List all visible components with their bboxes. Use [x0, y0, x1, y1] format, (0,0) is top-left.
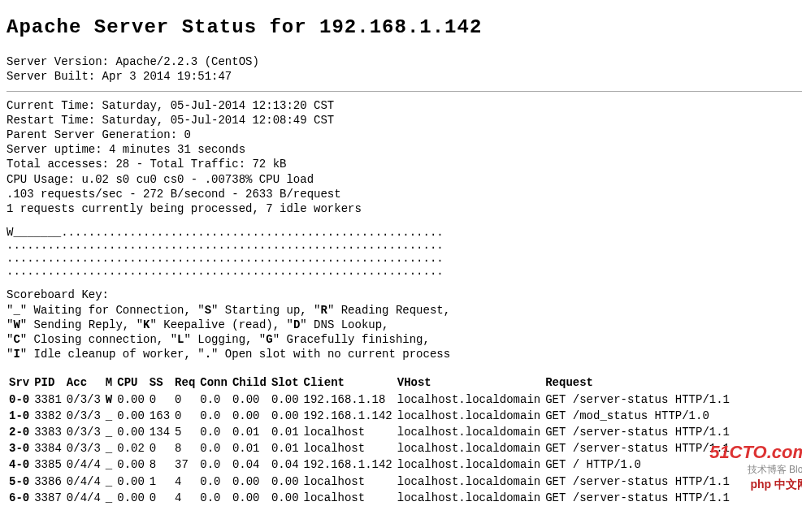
server-built: Server Built: Apr 3 2014 19:51:47 — [7, 69, 802, 84]
table-cell: 3387 — [32, 490, 64, 506]
table-cell: 4 — [172, 490, 197, 506]
table-cell: GET /server-status HTTP/1.1 — [543, 490, 732, 506]
table-cell: 0.01 — [269, 440, 301, 456]
table-header-row: Srv PID Acc M CPU SS Req Conn Child Slot… — [7, 374, 732, 391]
server-version: Server Version: Apache/2.2.3 (CentOS) — [7, 54, 802, 69]
divider-1 — [7, 91, 802, 92]
table-cell: 0.00 — [115, 424, 147, 440]
table-cell: 0/3/3 — [64, 408, 103, 424]
table-cell: 5 — [172, 424, 197, 440]
table-cell: 0.0 — [197, 408, 230, 424]
table-cell: _ — [103, 490, 115, 506]
table-cell: 0/3/3 — [64, 424, 103, 440]
table-cell: localhost.localdomain — [395, 408, 543, 424]
table-cell: 0 — [172, 391, 197, 408]
table-cell: 0/4/4 — [64, 490, 103, 506]
col-vhost: VHost — [395, 374, 543, 391]
table-cell: localhost — [301, 474, 395, 490]
table-cell: 4 — [172, 474, 197, 490]
table-cell: _ — [103, 408, 115, 424]
table-cell: 0.00 — [230, 408, 269, 424]
status-info: Current Time: Saturday, 05-Jul-2014 12:1… — [7, 98, 802, 217]
table-cell: 192.168.1.18 — [301, 391, 395, 408]
total-accesses: Total accesses: 28 - Total Traffic: 72 k… — [7, 157, 802, 171]
table-cell: 192.168.1.142 — [301, 408, 395, 424]
table-cell: W — [103, 391, 115, 408]
table-cell: 0/3/3 — [64, 391, 103, 408]
table-cell: 3386 — [32, 474, 64, 490]
table-cell: 0.00 — [115, 490, 147, 506]
table-cell: 0.00 — [230, 391, 269, 408]
table-cell: GET /server-status HTTP/1.1 — [543, 424, 732, 440]
table-cell: 0.00 — [269, 391, 301, 408]
table-cell: localhost.localdomain — [395, 474, 543, 490]
table-cell: GET /server-status HTTP/1.1 — [543, 391, 732, 408]
table-cell: 134 — [147, 424, 172, 440]
table-cell: localhost.localdomain — [395, 490, 543, 506]
table-cell: 0.00 — [269, 474, 301, 490]
table-cell: 3383 — [32, 424, 64, 440]
workers-status: 1 requests currently being processed, 7 … — [7, 201, 802, 216]
table-cell: 3-0 — [7, 440, 32, 456]
key-title: Scoreboard Key: — [7, 288, 802, 302]
table-cell: 4-0 — [7, 456, 32, 473]
table-row: 2-033830/3/3_0.0013450.00.010.01localhos… — [7, 424, 732, 440]
table-cell: 0.01 — [230, 424, 269, 440]
table-row: 1-033820/3/3_0.0016300.00.000.00192.168.… — [7, 408, 732, 424]
table-cell: GET /server-status HTTP/1.1 — [543, 440, 732, 456]
page-title: Apache Server Status for 192.168.1.142 — [7, 15, 802, 40]
table-cell: _ — [103, 424, 115, 440]
table-cell: 0.00 — [115, 408, 147, 424]
col-m: M — [103, 374, 115, 391]
table-cell: 0.00 — [115, 474, 147, 490]
table-cell: 3382 — [32, 408, 64, 424]
key-line-1: "_" Waiting for Connection, "S" Starting… — [7, 303, 802, 318]
col-request: Request — [543, 374, 732, 391]
table-cell: localhost — [301, 424, 395, 440]
table-cell: 6-0 — [7, 490, 32, 506]
table-cell: 0.04 — [269, 456, 301, 473]
col-cpu: CPU — [115, 374, 147, 391]
table-cell: 0.00 — [230, 474, 269, 490]
table-cell: 0/3/3 — [64, 440, 103, 456]
table-cell: 0 — [147, 391, 172, 408]
table-cell: GET /server-status HTTP/1.1 — [543, 474, 732, 490]
table-row: 6-033870/4/4_0.00040.00.000.00localhostl… — [7, 490, 732, 506]
table-cell: 0/4/4 — [64, 474, 103, 490]
table-cell: 0.04 — [230, 456, 269, 473]
table-cell: 0.0 — [197, 490, 230, 506]
table-cell: 0.02 — [115, 440, 147, 456]
table-cell: 0.00 — [115, 391, 147, 408]
table-cell: 0.00 — [269, 408, 301, 424]
table-cell: 3384 — [32, 440, 64, 456]
key-line-4: "I" Idle cleanup of worker, "." Open slo… — [7, 347, 802, 361]
table-cell: localhost.localdomain — [395, 391, 543, 408]
table-cell: 0 — [172, 408, 197, 424]
current-time: Current Time: Saturday, 05-Jul-2014 12:1… — [7, 98, 802, 113]
table-cell: 0.0 — [197, 391, 230, 408]
table-cell: 8 — [172, 440, 197, 456]
table-cell: _ — [103, 456, 115, 473]
table-cell: 0.0 — [197, 440, 230, 456]
table-cell: 2-0 — [7, 424, 32, 440]
table-cell: 0 — [147, 490, 172, 506]
table-cell: 0.0 — [197, 424, 230, 440]
col-acc: Acc — [64, 374, 103, 391]
table-cell: 1-0 — [7, 408, 32, 424]
table-cell: 0.00 — [230, 490, 269, 506]
col-slot: Slot — [269, 374, 301, 391]
scoreboard: W_______................................… — [7, 226, 802, 278]
table-cell: 163 — [147, 408, 172, 424]
server-info: Server Version: Apache/2.2.3 (CentOS) Se… — [7, 54, 802, 84]
server-uptime: Server uptime: 4 minutes 31 seconds — [7, 142, 802, 157]
table-row: 3-033840/3/3_0.02080.00.010.01localhostl… — [7, 440, 732, 456]
table-cell: 0.0 — [197, 456, 230, 473]
table-cell: 3385 — [32, 456, 64, 473]
table-cell: 1 — [147, 474, 172, 490]
col-conn: Conn — [197, 374, 230, 391]
table-cell: GET / HTTP/1.0 — [543, 456, 732, 473]
scoreboard-key: Scoreboard Key: "_" Waiting for Connecti… — [7, 288, 802, 361]
parent-generation: Parent Server Generation: 0 — [7, 128, 802, 142]
table-cell: 5-0 — [7, 474, 32, 490]
table-row: 4-033850/4/4_0.008370.00.040.04192.168.1… — [7, 456, 732, 473]
